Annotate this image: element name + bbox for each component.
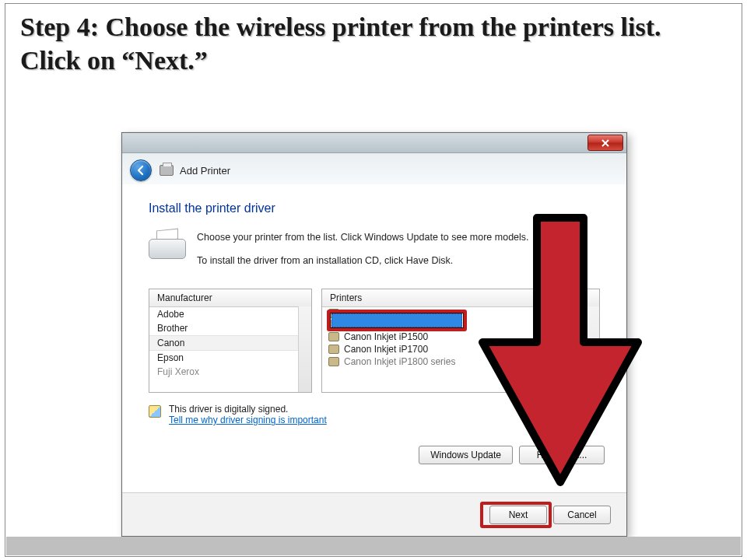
- dialog-footer: Next Cancel: [122, 492, 626, 536]
- titlebar: [122, 133, 626, 153]
- signing-link[interactable]: Tell me why driver signing is important: [169, 415, 327, 425]
- dialog-client: Add Printer Install the printer driver C…: [122, 153, 626, 425]
- cancel-button[interactable]: Cancel: [553, 506, 611, 524]
- close-button[interactable]: [587, 135, 623, 151]
- lists-container: Manufacturer Adobe Brother Canon Epson F…: [149, 289, 600, 393]
- printer-large-icon: [149, 229, 186, 261]
- add-printer-dialog: Add Printer Install the printer driver C…: [121, 132, 627, 537]
- manufacturer-list: Adobe Brother Canon Epson Fuji Xerox: [149, 307, 311, 379]
- manufacturer-item-selected[interactable]: Canon: [149, 335, 311, 351]
- next-button[interactable]: Next: [489, 506, 547, 524]
- printer-item[interactable]: Canon Inkjet iP1800 series: [322, 355, 599, 368]
- manufacturer-header: Manufacturer: [149, 289, 311, 307]
- shield-icon: [149, 405, 161, 418]
- update-disk-buttons: Windows Update Have Disk...: [419, 446, 605, 464]
- signed-text: This driver is digitally signed.: [169, 404, 327, 415]
- step-heading: Step 4: Choose the wireless printer from…: [20, 11, 727, 77]
- selection-highlight: [331, 313, 462, 327]
- printers-header: Printers: [322, 289, 599, 307]
- scrollbar[interactable]: [298, 306, 311, 392]
- printer-row-icon: [328, 357, 339, 366]
- description-line-1: Choose your printer from the list. Click…: [197, 229, 529, 245]
- dialog-title: Add Printer: [180, 165, 230, 177]
- scrollbar[interactable]: [586, 306, 599, 392]
- printers-listbox[interactable]: Printers Canon Inkjet iP100 series Canon…: [321, 289, 600, 393]
- description-text: Choose your printer from the list. Click…: [197, 229, 529, 268]
- signed-row: This driver is digitally signed. Tell me…: [149, 404, 600, 425]
- windows-update-button[interactable]: Windows Update: [419, 446, 513, 464]
- manufacturer-item[interactable]: Adobe: [149, 307, 311, 321]
- have-disk-button[interactable]: Have Disk...: [519, 446, 605, 464]
- printer-item[interactable]: Canon Inkjet iP1700: [322, 343, 599, 355]
- page-footer-bar: [6, 537, 741, 555]
- printer-icon: [160, 165, 174, 176]
- printer-item[interactable]: Canon Inkjet iP1500: [322, 331, 599, 343]
- printer-row-icon: [328, 345, 339, 354]
- dialog-heading: Install the printer driver: [149, 201, 600, 215]
- description-row: Choose your printer from the list. Click…: [149, 229, 600, 268]
- manufacturer-item[interactable]: Fuji Xerox: [149, 365, 311, 379]
- description-line-2: To install the driver from an installati…: [197, 253, 529, 268]
- manufacturer-item[interactable]: Epson: [149, 351, 311, 365]
- printer-row-icon: [328, 332, 339, 341]
- dialog-body: Install the printer driver Choose your p…: [122, 184, 626, 425]
- manufacturer-listbox[interactable]: Manufacturer Adobe Brother Canon Epson F…: [149, 289, 312, 393]
- dialog-header-row: Add Printer: [122, 153, 626, 184]
- back-button[interactable]: [130, 159, 152, 181]
- manufacturer-item[interactable]: Brother: [149, 321, 311, 335]
